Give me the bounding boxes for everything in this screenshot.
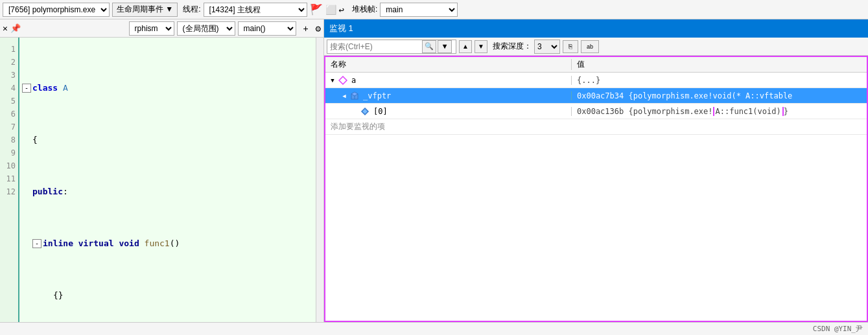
diamond-icon	[338, 76, 347, 85]
row-vfptr-name: _vfptr	[363, 91, 391, 100]
breakpoint-icon: ⬜	[325, 5, 336, 15]
code-line-4: - inline virtual void func1()	[22, 237, 313, 250]
watch-table-header: 名称 值	[325, 57, 867, 73]
watch-panel: 监视 1 🔍 ▼ ▲ ▼ 搜索深度： 3 ⎘ ab 名称 值	[324, 19, 868, 322]
func-select[interactable]: main()	[238, 21, 296, 36]
watch-table[interactable]: 名称 值 ▼ a {...} ◀	[324, 56, 868, 322]
code-line-1: - class A	[22, 82, 313, 95]
search-execute-btn[interactable]: 🔍	[422, 40, 436, 53]
settings-icon[interactable]: ⚙	[316, 23, 321, 34]
scope-select[interactable]: (全局范围)	[177, 21, 235, 36]
fold-func1-icon[interactable]: -	[32, 239, 41, 248]
highlight-func1: A::func1(void)	[713, 107, 784, 116]
code-header: ✕ 📌 rphism (全局范围) main() + ⚙	[0, 19, 323, 38]
expand-0-icon	[350, 107, 359, 116]
code-lines: - class A { public: - inline virtual voi…	[19, 38, 316, 322]
file-scope-select[interactable]: rphism	[129, 21, 174, 36]
thread-label: 线程:	[183, 4, 200, 15]
add-watch-icon-btn[interactable]: +	[299, 21, 313, 36]
text-btn[interactable]: ab	[581, 40, 599, 53]
add-watch-row[interactable]: 添加要监视的项	[325, 119, 867, 135]
search-up-btn[interactable]: ▲	[459, 40, 472, 53]
close-icon[interactable]: ✕	[3, 23, 8, 33]
top-toolbar: [7656] polymorphism.exe 生命周期事件 ▼ 线程: [14…	[0, 0, 868, 19]
watch-row-0[interactable]: [0] 0x00ac136b {polymorphism.exe!A::func…	[325, 104, 867, 119]
search-dropdown-btn[interactable]: ▼	[438, 40, 452, 53]
expand-vfptr-icon[interactable]: ◀	[340, 91, 349, 100]
small-diamond-icon	[360, 107, 369, 116]
row-a-value: {...}	[572, 76, 867, 85]
col-name-header: 名称	[325, 59, 572, 70]
bottom-bar: CSDN @YIN_尹	[0, 322, 868, 335]
row-0-name-cell: [0]	[325, 107, 572, 116]
depth-label: 搜索深度：	[493, 41, 532, 52]
row-vfptr-name-cell: ◀ _vfptr	[325, 91, 572, 100]
row-a-name-cell: ▼ a	[325, 76, 572, 85]
lifecycle-button[interactable]: 生命周期事件 ▼	[112, 3, 178, 17]
copy-btn[interactable]: ⎘	[563, 40, 578, 53]
watch-toolbar: 🔍 ▼ ▲ ▼ 搜索深度： 3 ⎘ ab	[324, 38, 868, 56]
process-select[interactable]: [7656] polymorphism.exe	[3, 3, 110, 17]
fold-class-icon[interactable]: -	[22, 84, 31, 93]
search-down-btn[interactable]: ▼	[475, 40, 487, 53]
code-content[interactable]: 1 2 3 4 5 6 7 8 9 10 11 12 - class A	[0, 38, 323, 322]
search-box: 🔍 ▼	[327, 40, 456, 54]
flag-icon: 🚩	[310, 3, 323, 16]
svg-marker-4	[362, 108, 368, 115]
code-line-3: public:	[22, 185, 313, 198]
add-watch-label: 添加要监视的项	[331, 121, 385, 132]
watch-row-a[interactable]: ▼ a {...}	[325, 73, 867, 88]
row-vfptr-value: 0x00ac7b34 {polymorphism.exe!void(* A::v…	[572, 91, 867, 100]
watch-title: 监视 1	[324, 19, 868, 38]
row-a-name: a	[351, 76, 356, 85]
search-input[interactable]	[330, 42, 421, 51]
main-area: ✕ 📌 rphism (全局范围) main() + ⚙ 1 2 3 4 5	[0, 19, 868, 322]
stack-label: 堆栈帧:	[352, 4, 377, 15]
cube-icon	[350, 91, 359, 100]
depth-select[interactable]: 3	[534, 40, 560, 54]
step-icon: ↩	[339, 5, 344, 15]
row-0-name: [0]	[373, 107, 388, 116]
watch-row-vfptr[interactable]: ◀ _vfptr 0x00ac7b34 {polymorphism.exe!vo…	[325, 88, 867, 104]
code-scrollbar[interactable]	[316, 38, 323, 322]
line-numbers: 1 2 3 4 5 6 7 8 9 10 11 12	[0, 38, 19, 322]
svg-marker-0	[339, 76, 347, 84]
code-line-5: {}	[22, 289, 313, 302]
thread-select[interactable]: [14324] 主线程	[204, 3, 307, 17]
code-line-2: {	[22, 133, 313, 146]
credit-text: CSDN @YIN_尹	[813, 324, 863, 334]
row-0-value: 0x00ac136b {polymorphism.exe!A::func1(vo…	[572, 107, 867, 116]
watch-title-text: 监视 1	[329, 23, 353, 34]
pin-icon[interactable]: 📌	[10, 23, 21, 33]
col-value-header: 值	[572, 59, 867, 70]
code-panel: ✕ 📌 rphism (全局范围) main() + ⚙ 1 2 3 4 5	[0, 19, 324, 322]
expand-a-icon[interactable]: ▼	[328, 76, 337, 85]
stack-select[interactable]: main	[380, 3, 458, 17]
